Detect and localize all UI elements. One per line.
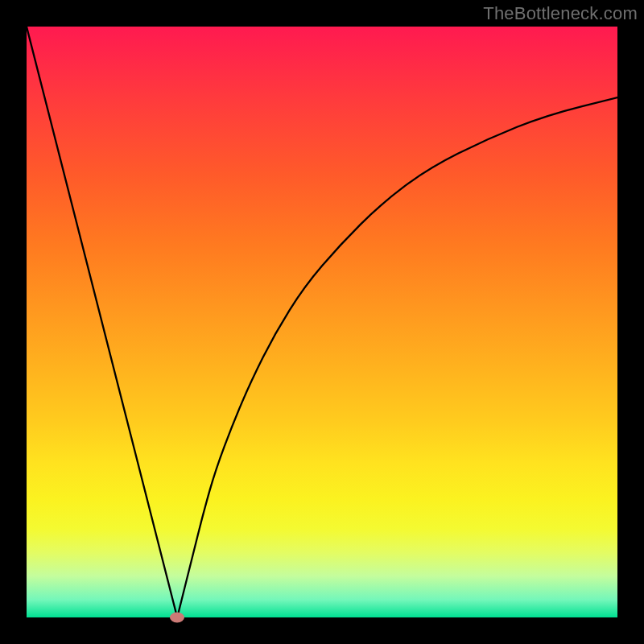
curve-path [27,27,617,617]
curve-layer [27,27,617,617]
watermark-text: TheBottleneck.com [483,3,638,24]
optimum-marker [170,613,184,623]
plot-area [27,27,617,617]
chart-frame: TheBottleneck.com [0,0,644,644]
